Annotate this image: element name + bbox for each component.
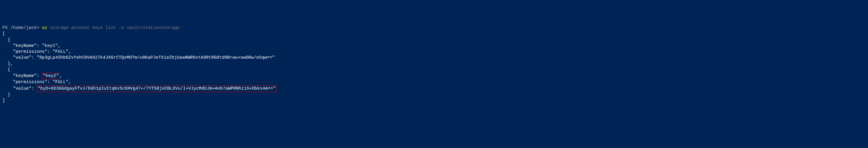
cmd-storage: storage account keys list [47,25,119,30]
highlight-value: "byD+6D3GGdgayFfxJ/bGh1pIuItqKx5c6HVg47+… [37,85,277,92]
cmd-arg: vaultrotationstorage [124,25,180,30]
output-brace-open: { [2,38,10,43]
key1-keyname-line: "keyName": "key1", [2,43,61,48]
prompt-ps: PS [2,25,10,30]
cmd-flag: -n [119,25,124,30]
output-brace-open: { [2,67,10,72]
prompt-path: /home/jack> [10,25,42,30]
output-brace-close: }, [2,61,13,66]
output-bracket-close: ] [2,98,5,103]
key1-permissions-line: "permissions": "FULL", [2,49,71,54]
output-brace-close: } [2,92,10,97]
highlight-keyname: "key2" [42,73,60,79]
cmd-az: az [42,25,47,30]
key1-value-line: "value": "Rp3gLp4Shb6ZvYehC8VA927k4JXGrC… [2,55,275,60]
output-bracket-open: [ [2,31,5,36]
key2-value-line: "value": "byD+6D3GGdgayFfxJ/bGh1pIuItqKx… [2,86,277,91]
key2-keyname-line: "keyName": "key2", [2,73,62,78]
key2-permissions-line: "permissions": "FULL", [2,80,71,84]
command-line: PS /home/jack> az storage account keys l… [2,25,180,30]
terminal-window[interactable]: PS /home/jack> az storage account keys l… [2,25,866,104]
